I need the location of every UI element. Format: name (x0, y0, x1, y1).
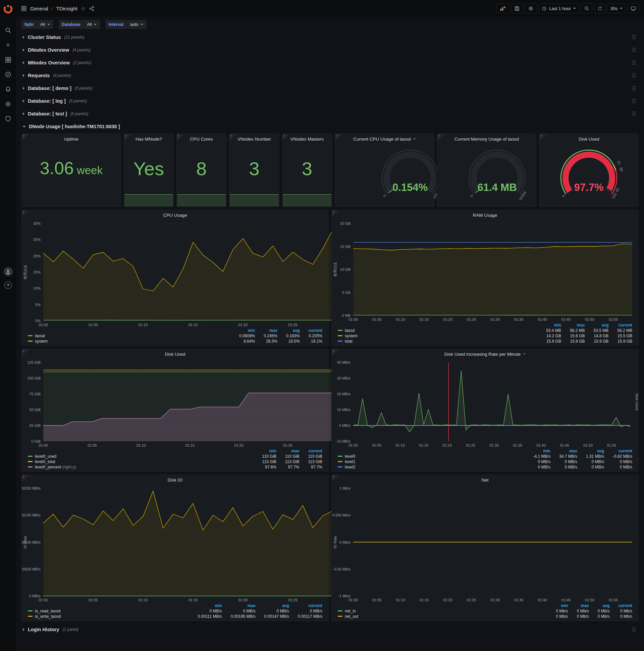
legend-series-name[interactable]: taosd (35, 334, 44, 338)
grafana-logo-icon[interactable] (3, 4, 13, 14)
drag-handle-icon[interactable] (633, 86, 637, 91)
variable-value-dropdown[interactable]: All (37, 20, 53, 29)
legend-series-name[interactable]: io_read_taosd (35, 609, 60, 613)
dashboard-row[interactable]: Cluster Status(21 panels) (22, 32, 639, 43)
panel-info-icon[interactable] (332, 349, 339, 356)
search-icon[interactable] (3, 26, 13, 35)
legend-column-header[interactable]: min (547, 603, 568, 609)
legend-column-header[interactable]: current (300, 328, 322, 333)
legend-series-name[interactable]: io_write_taosd (35, 614, 61, 619)
panel-title[interactable]: Disk Used (22, 349, 328, 359)
dashboards-grid-icon[interactable] (3, 55, 13, 64)
panel-title[interactable]: Net (332, 475, 638, 485)
legend-column-header[interactable]: current (604, 448, 632, 454)
legend-column-header[interactable]: avg (589, 603, 610, 609)
panel-info-icon[interactable] (438, 134, 445, 141)
chart-plot-area[interactable]: 01:0001:0501:1001:1501:2001:2501:3001:35… (332, 220, 638, 323)
panel-title[interactable]: Disk Used Increasing Rate per Minute (332, 349, 638, 359)
save-dashboard-icon[interactable] (511, 3, 523, 13)
drag-handle-icon[interactable] (633, 35, 637, 40)
drag-handle-icon[interactable] (633, 60, 637, 65)
legend-series-name[interactable]: level2 (345, 465, 355, 469)
panel-info-icon[interactable] (177, 134, 184, 141)
legend-series-name[interactable]: level0 (345, 454, 355, 459)
dashboard-apps-icon[interactable] (21, 5, 27, 11)
chart-canvas[interactable]: 01:0001:0501:1001:1501:2001:2501:3001:35… (332, 359, 638, 448)
legend-series-name[interactable]: net_out (345, 614, 358, 619)
panel-info-icon[interactable] (22, 134, 29, 141)
legend-column-header[interactable]: min (230, 328, 255, 333)
dashboard-row[interactable]: MNodes Overview(2 panels) (22, 57, 639, 68)
legend-series-name[interactable]: level0_total (35, 459, 55, 464)
legend-column-header[interactable]: current (610, 603, 632, 609)
drag-handle-icon[interactable] (633, 112, 637, 116)
panel-title[interactable]: Current CPU Usage of taosd (335, 134, 434, 144)
server-admin-shield-icon[interactable] (3, 114, 13, 123)
chart-plot-area[interactable]: 01:0001:0501:1001:1501:2001:2501:3001:35… (22, 359, 328, 448)
panel-title[interactable]: RAM Usage (332, 210, 638, 220)
legend-column-header[interactable]: min (524, 448, 550, 454)
legend-series-name[interactable]: system (35, 339, 47, 344)
legend-series-name[interactable]: system (345, 334, 358, 338)
legend-column-header[interactable]: max (255, 328, 278, 333)
panel-info-icon[interactable] (332, 475, 339, 482)
zoom-out-time-icon[interactable] (581, 3, 592, 13)
legend-series-name[interactable]: taosd (345, 328, 355, 333)
variable-value-dropdown[interactable]: auto (127, 20, 147, 29)
legend-series-name[interactable]: total (345, 339, 353, 344)
chart-canvas[interactable]: 01:0001:0501:1001:1501:2001:2501:3001:35… (332, 220, 638, 323)
chart-plot-area[interactable]: 01:0001:0501:1001:1501:2001:2501:3001:35… (332, 485, 638, 603)
legend-series-name[interactable]: level0_used (35, 454, 56, 459)
panel-title[interactable]: Disk Used (539, 134, 638, 144)
legend-column-header[interactable]: max (561, 323, 585, 328)
variable-value-dropdown[interactable]: All (84, 20, 100, 29)
refresh-button[interactable] (594, 3, 605, 13)
drag-handle-icon[interactable] (633, 99, 637, 103)
panel-title[interactable]: CPU Usage (22, 210, 328, 220)
dashboard-row[interactable]: Requests(4 panels) (22, 70, 639, 81)
panel-title[interactable]: Current Memory Usage of taosd (438, 134, 536, 144)
explore-compass-icon[interactable] (3, 70, 13, 79)
legend-column-header[interactable]: current (299, 448, 322, 454)
panel-title[interactable]: CPU Cores (177, 134, 226, 144)
dashboard-settings-gear-icon[interactable] (525, 3, 537, 13)
legend-column-header[interactable]: max (568, 603, 589, 609)
panel-info-icon[interactable] (229, 134, 237, 141)
chart-plot-area[interactable]: 01:0001:0501:1001:1501:2001:2501:3001:35… (332, 359, 638, 448)
chart-plot-area[interactable]: 01:0001:0501:1001:1501:2001:2501:3001:35… (22, 485, 328, 603)
panel-info-icon[interactable] (332, 210, 339, 217)
drag-handle-icon[interactable] (633, 73, 637, 78)
configuration-gear-icon[interactable] (3, 99, 13, 109)
panel-info-icon[interactable] (124, 134, 131, 141)
panel-info-icon[interactable] (22, 349, 29, 356)
legend-series-name[interactable]: level1 (345, 459, 355, 464)
dashboard-row[interactable]: DNodes Overview(4 panels) (22, 44, 639, 56)
legend-column-header[interactable]: avg (278, 328, 300, 333)
create-plus-icon[interactable]: + (3, 40, 13, 50)
dashboard-row[interactable]: Database: [ demo ](5 panels) (22, 83, 639, 94)
breadcrumb-dashboard-title[interactable]: TDinsight (56, 6, 77, 11)
dashboard-row[interactable]: Login History(1 panel) (22, 624, 639, 635)
legend-column-header[interactable]: current (289, 603, 322, 609)
help-icon[interactable]: ? (4, 282, 12, 289)
legend-series-name[interactable]: level0_percent (35, 465, 61, 469)
legend-column-header[interactable]: avg (585, 323, 609, 328)
legend-column-header[interactable]: min (189, 603, 222, 609)
alerting-bell-icon[interactable] (3, 85, 13, 94)
legend-column-header[interactable]: avg (577, 448, 604, 454)
breadcrumb-folder[interactable]: General (30, 6, 48, 11)
panel-title[interactable]: Disk IO (22, 475, 328, 485)
legend-column-header[interactable]: min (254, 448, 277, 454)
legend-column-header[interactable]: current (608, 323, 632, 328)
legend-column-header[interactable]: min (537, 323, 561, 328)
tv-mode-icon[interactable] (627, 3, 639, 13)
panel-info-icon[interactable] (22, 475, 29, 482)
panel-title[interactable]: Uptime (22, 134, 121, 144)
legend-column-header[interactable]: max (277, 448, 299, 454)
panel-title[interactable]: VNodes Masters (282, 134, 332, 144)
legend-series-name[interactable]: net_in (345, 609, 356, 613)
add-panel-icon[interactable] (496, 3, 509, 13)
legend-column-header[interactable]: max (222, 603, 256, 609)
panel-info-icon[interactable] (22, 210, 29, 217)
drag-handle-icon[interactable] (633, 627, 637, 632)
